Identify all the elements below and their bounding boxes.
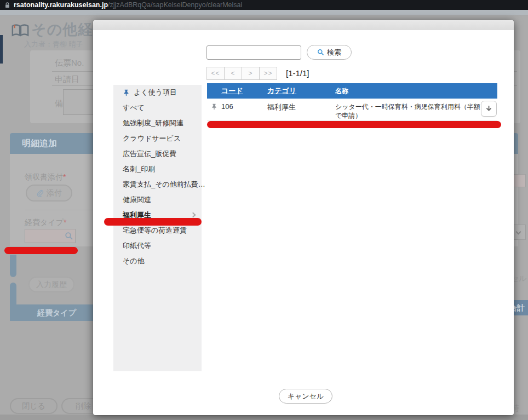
page-bottom-strip	[0, 415, 528, 420]
cancel-button[interactable]: キャンセル	[279, 389, 332, 404]
search-button-label: 検索	[327, 48, 341, 57]
dialog-titlebar	[93, 20, 514, 30]
expense-type-table: コード カテゴリ 名称 106 福利厚生 シッター代・一時保育料・病児保育利用料…	[207, 83, 497, 120]
sidebar-item-label: 宅急便等の荷造運賃	[123, 226, 187, 235]
sidebar-item-health[interactable]: 健康関連	[113, 192, 202, 208]
cell-code: 106	[221, 102, 267, 120]
expense-type-label: 経費タイプ*	[25, 218, 66, 228]
nav-active-indicator	[0, 35, 3, 64]
sidebar-item-label: よく使う項目	[134, 88, 177, 97]
table-header-row: コード カテゴリ 名称	[207, 83, 497, 99]
sidebar-item-training[interactable]: 勉強制度_研修関連	[113, 116, 202, 131]
pagination: << < > >>	[206, 67, 277, 80]
attach-button[interactable]: 添付	[26, 185, 72, 202]
page-prev-button[interactable]: <	[224, 67, 242, 80]
url-host: rsatonality.rakurakuseisan.jp	[14, 1, 108, 9]
sidebar-item-all[interactable]: すべて	[113, 100, 202, 116]
chevron-right-icon	[191, 212, 196, 218]
pin-icon	[123, 89, 130, 96]
page-last-button[interactable]: >>	[259, 67, 277, 80]
receipt-attach-label: 領収書添付*	[25, 172, 66, 182]
divider	[25, 210, 93, 210]
search-icon	[317, 49, 324, 56]
lock-icon	[5, 2, 10, 8]
chevron-down-icon	[516, 229, 521, 235]
expense-type-column-header: 経費タイプ	[10, 304, 93, 321]
page-first-button[interactable]: <<	[206, 67, 225, 80]
table-row[interactable]: 106 福利厚生 シッター代・一時保育料・病児保育利用料（半額で申請）	[207, 99, 497, 120]
sidebar-item-stamps[interactable]: 印紙代等	[113, 238, 202, 254]
annotation-red-underline-expense-type-input	[4, 247, 78, 254]
required-mark: *	[64, 218, 66, 227]
search-icon	[65, 232, 73, 240]
sidebar-item-cloud-services[interactable]: クラウドサービス	[113, 131, 202, 146]
pagination-info: [1-1/1]	[286, 68, 309, 78]
sidebar-item-label: 広告宣伝_販促費	[123, 149, 176, 159]
column-header-name[interactable]: 名称	[335, 87, 482, 95]
paperclip-icon	[36, 189, 44, 197]
sidebar-item-label: すべて	[123, 103, 145, 113]
sidebar-item-label: 勉強制度_研修関連	[123, 118, 183, 128]
annotation-red-underline-table-row	[207, 121, 501, 128]
attach-button-label: 添付	[47, 188, 62, 198]
search-button[interactable]: 検索	[307, 45, 352, 60]
sidebar-item-business-cards[interactable]: 名刺_印刷	[113, 162, 202, 177]
page-next-button[interactable]: >	[242, 67, 260, 80]
cell-name: シッター代・一時保育料・病児保育利用料（半額で申請）	[335, 102, 482, 120]
screen: rsatonality.rakurakuseisan.jp/zjjzAdBRqQ…	[0, 0, 528, 420]
required-mark: *	[63, 172, 66, 181]
select-row-button[interactable]	[481, 101, 497, 117]
input-history-button[interactable]: 入力履歴	[28, 277, 74, 292]
pin-icon	[207, 102, 221, 120]
cell-category: 福利厚生	[267, 102, 335, 120]
expense-type-picker-dialog: 検索 << < > >> [1-1/1] よく使う項目 すべて 勉強制度_研修関…	[93, 20, 514, 415]
sidebar-item-label: 名刺_印刷	[123, 164, 155, 174]
voucher-no-label: 伝票No.	[55, 58, 84, 68]
sidebar-item-advertising[interactable]: 広告宣伝_販促費	[113, 146, 202, 162]
sidebar-item-label: 健康関連	[123, 195, 151, 205]
search-input[interactable]	[206, 45, 301, 60]
apply-date-label: 申請日	[55, 74, 79, 85]
close-button[interactable]: 閉じる	[10, 398, 58, 414]
sidebar-item-label: クラウドサービス	[123, 134, 181, 143]
category-sidebar: よく使う項目 すべて 勉強制度_研修関連 クラウドサービス 広告宣伝_販促費 名…	[113, 85, 202, 371]
column-header-code[interactable]: コード	[221, 86, 267, 96]
highlight-border-fragment	[10, 283, 16, 306]
page-toolbar-strip	[0, 10, 528, 15]
sidebar-item-label: 家賃支払_その他前払費…	[123, 180, 205, 189]
book-icon	[11, 22, 30, 38]
author-line: 入力者：青柳 晴子	[24, 39, 83, 49]
sidebar-item-favorites[interactable]: よく使う項目	[113, 85, 202, 100]
sidebar-item-rent[interactable]: 家賃支払_その他前払費…	[113, 177, 202, 192]
expense-type-input[interactable]	[25, 229, 76, 243]
arrow-down-icon	[485, 105, 493, 113]
sidebar-item-label: 印紙代等	[123, 241, 151, 251]
address-bar[interactable]: rsatonality.rakurakuseisan.jp/zjjzAdBRqQ…	[0, 0, 528, 10]
sidebar-item-other[interactable]: その他	[113, 254, 202, 269]
column-header-category[interactable]: カテゴリ	[267, 86, 335, 96]
highlight-border-fragment	[10, 255, 16, 277]
url-path: /zjjzAdBRqQa/sapKeiseiDenpyo/clearMeisai	[108, 1, 242, 9]
sidebar-item-label: その他	[123, 256, 145, 266]
annotation-red-underline-welfare-category	[104, 218, 202, 226]
